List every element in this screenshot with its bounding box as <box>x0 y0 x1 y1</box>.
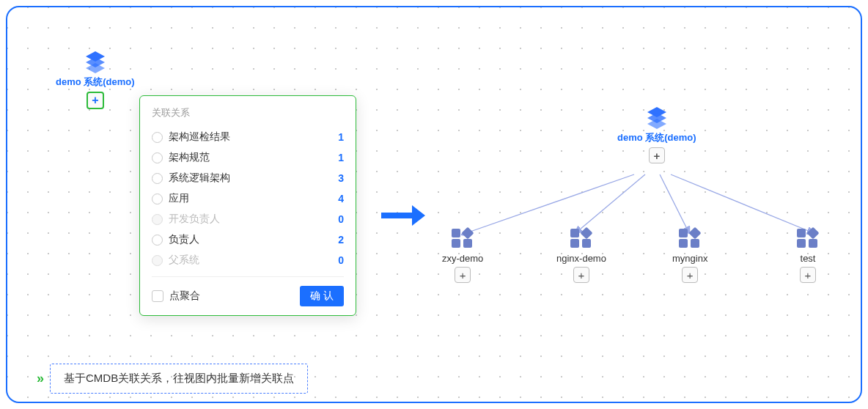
relation-label: 负责人 <box>169 233 199 246</box>
aggregate-label: 点聚合 <box>169 290 200 303</box>
svg-line-8 <box>462 174 634 235</box>
caption-text: 基于CMDB关联关系，往视图内批量新增关联点 <box>50 364 308 394</box>
relation-label: 系统逻辑架构 <box>169 172 230 185</box>
popover-title: 关联关系 <box>152 106 344 119</box>
radio-icon <box>152 132 163 143</box>
child-node-label: zxy-demo <box>442 253 483 264</box>
svg-rect-21 <box>689 227 702 239</box>
right-root-expand-button[interactable]: + <box>649 147 665 163</box>
svg-marker-4 <box>412 205 425 226</box>
child-node: mynginx+ <box>672 227 707 283</box>
child-expand-button[interactable]: + <box>800 267 816 283</box>
svg-line-10 <box>660 174 689 233</box>
child-expand-button[interactable]: + <box>573 267 589 283</box>
child-node-label: test <box>795 253 820 264</box>
chevrons-icon: » <box>37 371 40 386</box>
child-node-label: mynginx <box>672 253 707 264</box>
relation-count: 0 <box>338 254 344 266</box>
relation-option[interactable]: 应用4 <box>152 188 344 209</box>
app-icon <box>677 240 702 251</box>
svg-rect-12 <box>452 229 460 237</box>
divider <box>152 276 344 277</box>
relation-option[interactable]: 架构巡检结果1 <box>152 127 344 147</box>
radio-icon <box>152 194 163 204</box>
confirm-button[interactable]: 确 认 <box>300 286 344 306</box>
svg-rect-14 <box>452 239 460 248</box>
relation-option[interactable]: 负责人2 <box>152 229 344 250</box>
source-node: demo 系统(demo) + <box>56 51 135 109</box>
stack-icon <box>83 51 108 75</box>
relation-option[interactable]: 系统逻辑架构3 <box>152 168 344 188</box>
source-node-label: demo 系统(demo) <box>56 75 135 89</box>
svg-rect-18 <box>570 239 579 248</box>
aggregate-checkbox[interactable]: 点聚合 <box>152 290 200 303</box>
svg-rect-13 <box>462 227 474 239</box>
svg-rect-16 <box>570 229 579 237</box>
radio-icon <box>152 152 163 163</box>
relation-count: 3 <box>338 172 344 184</box>
svg-marker-2 <box>86 63 105 73</box>
relation-count: 4 <box>338 193 344 204</box>
relation-count: 2 <box>338 234 344 246</box>
relation-option[interactable]: 架构规范1 <box>152 147 344 168</box>
radio-icon <box>152 173 163 184</box>
svg-rect-27 <box>809 239 817 248</box>
svg-rect-19 <box>582 239 591 248</box>
relation-count: 0 <box>338 213 344 225</box>
dot-grid-background <box>7 7 861 402</box>
child-node-label: nginx-demo <box>556 253 606 264</box>
radio-icon <box>152 214 163 225</box>
app-icon <box>795 240 820 251</box>
svg-rect-20 <box>679 229 688 237</box>
relation-label: 父系统 <box>169 254 199 267</box>
svg-rect-25 <box>807 227 820 239</box>
app-icon <box>569 240 594 251</box>
arrow-right-icon <box>381 205 425 226</box>
relation-label: 架构规范 <box>169 151 210 164</box>
child-node: test+ <box>795 227 820 283</box>
child-node: nginx-demo+ <box>556 227 606 283</box>
relation-option: 开发负责人0 <box>152 209 344 229</box>
relation-option: 父系统0 <box>152 250 344 270</box>
relation-count: 1 <box>338 131 344 143</box>
svg-line-11 <box>671 174 814 233</box>
svg-rect-22 <box>679 239 688 248</box>
right-root-label: demo 系统(demo) <box>617 131 696 144</box>
relation-label: 架构巡检结果 <box>169 130 230 144</box>
svg-rect-17 <box>580 227 592 239</box>
svg-rect-3 <box>381 213 412 218</box>
svg-rect-15 <box>463 239 472 248</box>
radio-icon <box>152 255 163 266</box>
svg-rect-24 <box>797 229 806 237</box>
radio-icon <box>152 235 163 246</box>
child-node: zxy-demo+ <box>442 227 483 283</box>
expand-relations-button[interactable]: + <box>87 92 104 109</box>
relation-count: 1 <box>338 152 344 163</box>
relations-popover: 关联关系 架构巡检结果1架构规范1系统逻辑架构3应用4开发负责人0负责人2父系统… <box>139 95 356 316</box>
relation-label: 开发负责人 <box>169 213 220 226</box>
right-root-node: demo 系统(demo) + <box>617 107 696 163</box>
child-expand-button[interactable]: + <box>455 267 471 283</box>
svg-marker-7 <box>647 119 666 129</box>
svg-line-9 <box>575 174 645 233</box>
child-expand-button[interactable]: + <box>682 267 698 283</box>
app-icon <box>450 240 475 251</box>
svg-rect-26 <box>797 239 806 248</box>
relation-label: 应用 <box>169 192 189 205</box>
svg-rect-23 <box>691 239 699 248</box>
stack-icon <box>644 107 669 131</box>
